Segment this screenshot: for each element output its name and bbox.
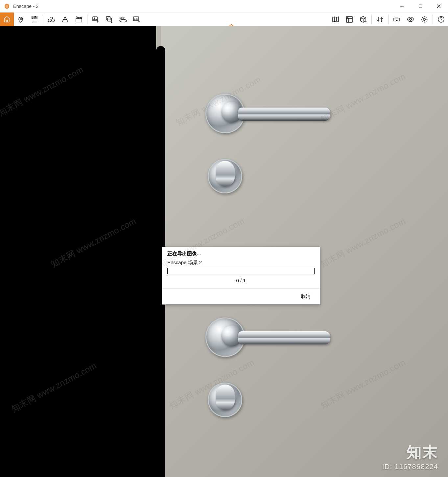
- export-dialog: 正在导出图像... Enscape 场景 2 0 / 1 取消: [162, 247, 320, 305]
- svg-point-3: [52, 19, 55, 22]
- handle-lever: [238, 108, 330, 121]
- maximize-button[interactable]: [411, 0, 430, 13]
- svg-text:360°: 360°: [120, 16, 125, 19]
- map-icon: [332, 15, 340, 23]
- asset-library-button[interactable]: [342, 13, 356, 26]
- frustum-button[interactable]: [58, 13, 72, 26]
- svg-rect-8: [108, 18, 112, 21]
- svg-rect-5: [93, 17, 97, 21]
- bim-button[interactable]: BIM: [28, 13, 41, 26]
- clapper-icon: [75, 15, 83, 23]
- window-title: Enscape - 2: [13, 4, 38, 9]
- progress-text: 0 / 1: [162, 274, 320, 289]
- svg-point-16: [423, 18, 425, 20]
- batch-export-icon: [105, 15, 114, 23]
- toolbar-separator: [43, 14, 43, 24]
- help-icon: [437, 15, 445, 23]
- toolbar-separator: [388, 14, 389, 24]
- vr-button[interactable]: [390, 13, 404, 26]
- toolbar-separator: [87, 14, 87, 24]
- svg-point-15: [410, 18, 412, 20]
- pano-360-button[interactable]: 360°: [116, 13, 130, 26]
- dialog-title: 正在导出图像...: [162, 247, 320, 259]
- dialog-subtitle: Enscape 场景 2: [162, 259, 320, 268]
- door-handle-top: [205, 94, 245, 133]
- toolbar-separator: [433, 14, 433, 24]
- svg-point-2: [48, 19, 51, 22]
- toolbar-separator: [371, 14, 372, 24]
- binoculars-icon: [47, 15, 56, 23]
- settings-button[interactable]: [417, 13, 431, 26]
- clapper-button[interactable]: [72, 13, 86, 26]
- svg-point-10: [120, 19, 127, 22]
- progress-bar: [167, 268, 315, 274]
- thumbturn-knob: [216, 161, 235, 187]
- image-export-icon: [91, 15, 100, 23]
- image-export-button[interactable]: [89, 13, 103, 26]
- map-button[interactable]: [329, 13, 342, 26]
- cube-icon: [359, 15, 367, 23]
- app-window: Enscape - 2 BIM: [0, 0, 448, 477]
- bim-label: BIM: [31, 16, 37, 19]
- svg-rect-4: [76, 18, 82, 22]
- bim-list-icon: [31, 19, 38, 23]
- thumbturn-knob: [216, 385, 235, 410]
- exe-export-icon: EXE: [132, 15, 142, 23]
- dialog-footer: 取消: [162, 289, 320, 304]
- location-button[interactable]: [14, 13, 28, 26]
- toolbar: BIM: [0, 13, 448, 26]
- svg-text:EXE: EXE: [134, 17, 139, 20]
- handle-lever: [238, 331, 330, 344]
- svg-point-1: [20, 18, 21, 19]
- cancel-button[interactable]: 取消: [299, 293, 313, 300]
- visibility-button[interactable]: [404, 13, 417, 26]
- eye-icon: [407, 15, 414, 23]
- svg-point-18: [441, 21, 441, 21]
- svg-rect-13: [346, 16, 352, 22]
- home-icon: [3, 15, 11, 23]
- cube-button[interactable]: [356, 13, 370, 26]
- exe-export-button[interactable]: EXE: [130, 13, 144, 26]
- minimize-button[interactable]: [393, 0, 411, 13]
- asset-library-icon: [345, 15, 353, 23]
- svg-rect-7: [106, 16, 110, 20]
- batch-export-button[interactable]: [103, 13, 116, 26]
- render-viewport[interactable]: 正在导出图像... Enscape 场景 2 0 / 1 取消 知末网 www.…: [0, 26, 448, 477]
- titlebar: Enscape - 2: [0, 0, 448, 13]
- binoculars-button[interactable]: [44, 13, 58, 26]
- help-button[interactable]: [434, 13, 448, 26]
- close-button[interactable]: [430, 0, 448, 13]
- pano-360-icon: 360°: [119, 15, 128, 23]
- svg-rect-0: [419, 5, 422, 8]
- app-logo-icon: [3, 3, 11, 10]
- dark-background: [0, 26, 156, 477]
- thumbturn-bottom: [208, 383, 242, 417]
- gear-icon: [420, 15, 428, 23]
- brand-watermark: 知末: [407, 442, 438, 463]
- id-watermark: ID: 1167868224: [382, 463, 438, 471]
- vr-headset-icon: [392, 15, 401, 23]
- svg-point-14: [347, 17, 348, 18]
- sync-button[interactable]: [373, 13, 387, 26]
- door-handle-bottom: [205, 317, 245, 357]
- frustum-icon: [61, 15, 69, 23]
- sync-icon: [376, 15, 384, 23]
- thumbturn-top: [208, 159, 242, 193]
- location-pin-icon: [17, 15, 25, 23]
- home-button[interactable]: [0, 13, 14, 26]
